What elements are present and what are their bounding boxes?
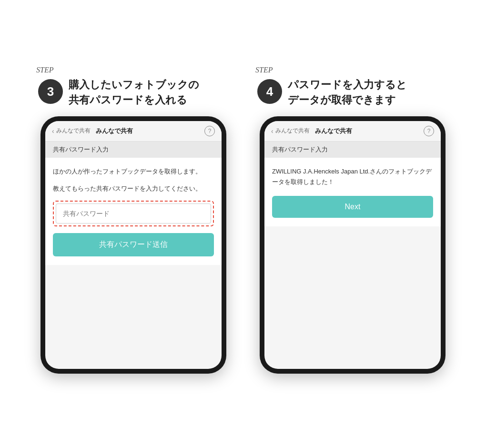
step4-success-text: ZWILLING J.A.Henckels Japan Ltd.さんのフォトブッ… [272,166,433,187]
step3-badge-wrap: STEP 3 [38,74,63,104]
step4-phone-mockup: ‹ みんなで共有 みんなで共有 ? 共有パスワード入力 ZWILLING J.A… [260,116,446,374]
step4-nav-back-label: みんなで共有 [275,127,310,135]
step3-body-text2: 教えてもらった共有パスワードを入力してください。 [53,183,214,194]
step4-badge-wrap: STEP 4 [257,74,282,104]
step3-password-input[interactable] [56,204,211,224]
step3-nav-left: ‹ みんなで共有 みんなで共有 [52,127,133,135]
step3-screen-content: ほかの人が作ったフォトブックデータを取得します。 教えてもらった共有パスワードを… [45,158,222,265]
step3-header: STEP 3 購入したいフォトブックの 共有パスワードを入れる [33,74,233,108]
step3-phone-screen: ‹ みんなで共有 みんなで共有 ? 共有パスワード入力 ほかの人が作ったフォトブ… [45,121,222,369]
step4-nav-current-label: みんなで共有 [315,127,352,135]
step4-section: STEP 4 パスワードを入力すると データが取得できます ‹ みんなで共有 [253,74,453,374]
main-container: STEP 3 購入したいフォトブックの 共有パスワードを入れる ‹ みんなで共有 [0,60,486,388]
step3-section: STEP 3 購入したいフォトブックの 共有パスワードを入れる ‹ みんなで共有 [33,74,233,374]
step4-script-label: STEP [255,66,273,74]
step3-title: 購入したいフォトブックの 共有パスワードを入れる [69,77,199,108]
step4-section-header: 共有パスワード入力 [264,142,441,158]
step4-nav-bar: ‹ みんなで共有 みんなで共有 ? [264,121,441,142]
step3-phone-mockup: ‹ みんなで共有 みんなで共有 ? 共有パスワード入力 ほかの人が作ったフォトブ… [40,116,226,374]
step4-header: STEP 4 パスワードを入力すると データが取得できます [253,74,453,108]
step3-back-arrow-icon[interactable]: ‹ [52,127,54,135]
step3-body-text1: ほかの人が作ったフォトブックデータを取得します。 [53,166,214,177]
step3-nav-current-label: みんなで共有 [96,127,133,135]
step4-screen-content: ZWILLING J.A.Henckels Japan Ltd.さんのフォトブッ… [264,158,441,226]
step3-submit-button[interactable]: 共有パスワード送信 [53,233,214,256]
step3-script-label: STEP [36,66,53,74]
step4-next-button[interactable]: Next [272,196,433,218]
step4-circle: 4 [257,79,282,104]
step4-nav-left: ‹ みんなで共有 みんなで共有 [271,127,352,135]
step4-phone-screen: ‹ みんなで共有 みんなで共有 ? 共有パスワード入力 ZWILLING J.A… [264,121,441,369]
step4-help-button[interactable]: ? [424,126,434,136]
step4-title: パスワードを入力すると データが取得できます [288,77,407,108]
step3-nav-bar: ‹ みんなで共有 みんなで共有 ? [45,121,222,142]
step3-password-input-wrap [53,201,214,226]
step4-back-arrow-icon[interactable]: ‹ [271,127,273,135]
step3-circle: 3 [38,79,63,104]
step3-help-button[interactable]: ? [204,126,215,136]
step3-nav-back-label: みんなで共有 [56,127,91,135]
step3-section-header: 共有パスワード入力 [45,142,222,158]
